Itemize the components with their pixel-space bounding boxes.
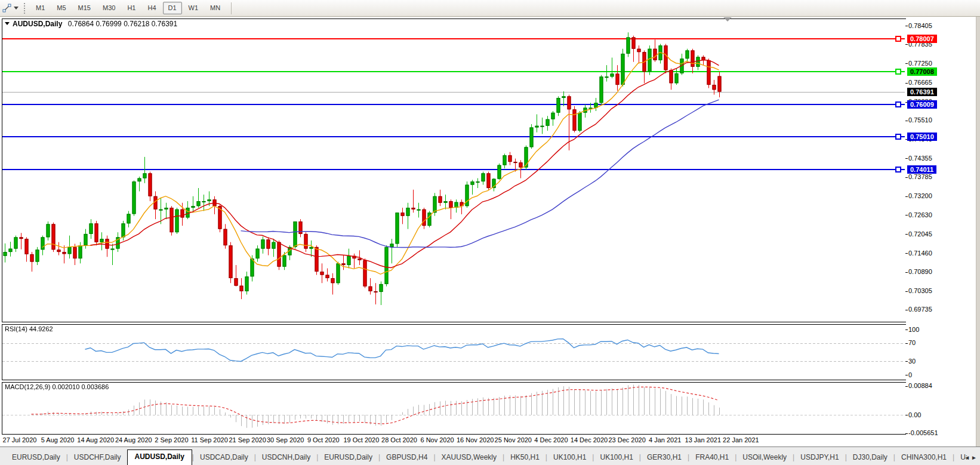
toolbar-grip[interactable] <box>23 3 26 14</box>
chart-tab[interactable]: HK50,H1 <box>504 451 546 465</box>
date-tick-label: 11 Sep 2020 <box>191 436 228 444</box>
chart-tab[interactable]: USOil,Weekly <box>736 451 793 465</box>
price-level-badge: 0.78007 <box>907 35 937 43</box>
axis-tick <box>905 329 908 330</box>
chart-tab[interactable]: USDJPY,H1 <box>794 451 845 465</box>
axis-tick <box>905 375 908 375</box>
macd-label: MACD(12,26,9) 0.002010 0.003686 <box>5 383 109 390</box>
date-tick-label: 28 Oct 2020 <box>381 436 417 444</box>
date-tick-label: 23 Dec 2020 <box>608 436 645 444</box>
axis-tick <box>905 291 908 292</box>
chart-tab[interactable]: CHINA300,H1 <box>895 451 953 465</box>
chart-tab[interactable]: AUDUSD,Daily <box>127 449 192 465</box>
axis-tick <box>905 177 908 178</box>
autoscroll-marker-icon[interactable] <box>723 17 732 21</box>
date-tick-label: 9 Oct 2020 <box>307 436 340 444</box>
timeframe-button-mn[interactable]: MN <box>205 2 226 14</box>
macd-tick-label: 0.00 <box>908 411 921 418</box>
axis-tick <box>905 196 908 197</box>
price-tick-label: 0.76665 <box>908 79 932 86</box>
price-tick-label: 0.78405 <box>908 22 932 29</box>
date-tick-label: 30 Sep 2020 <box>267 436 304 444</box>
chart-tab[interactable]: EURUSD,Daily <box>318 451 378 465</box>
chart-tab-bar: EURUSD,Daily|USDCHF,DailyAUDUSD,Daily|US… <box>0 446 980 465</box>
date-tick-label: 14 Aug 2020 <box>77 436 114 444</box>
date-tick-label: 4 Jan 2021 <box>649 436 681 444</box>
axis-tick <box>905 44 908 45</box>
vertical-scrollbar[interactable] <box>976 17 980 446</box>
rsi-tick-label: 30 <box>908 358 916 365</box>
axis-tick <box>905 253 908 254</box>
date-tick-label: 2 Sep 2020 <box>155 436 188 444</box>
timeframe-bar: M1M5M15M30H1H4D1W1MN <box>30 2 226 14</box>
axis-tick <box>905 83 908 84</box>
timeframe-button-w1[interactable]: W1 <box>183 2 204 14</box>
price-tick-label: 0.70890 <box>908 268 932 275</box>
tab-scroll-arrows: ◄► <box>964 454 978 461</box>
chart-tab[interactable]: UK100,H1 <box>547 451 592 465</box>
rsi-label: RSI(14) 44.9262 <box>5 325 53 332</box>
price-tick-label: 0.74355 <box>908 155 932 162</box>
timeframe-button-d1[interactable]: D1 <box>163 2 182 14</box>
chart-ohlc-values: 0.76864 0.76999 0.76218 0.76391 <box>68 20 178 28</box>
chart-tab[interactable]: FRA40,H1 <box>689 451 735 465</box>
chart-tab[interactable]: UK100,H1 <box>594 451 639 465</box>
timeframe-button-h1[interactable]: H1 <box>122 2 141 14</box>
axis-tick <box>905 386 908 387</box>
timeframe-button-m15[interactable]: M15 <box>73 2 96 14</box>
rsi-tick-label: 0 <box>908 371 912 378</box>
chart-tab[interactable]: USDCNH,Daily <box>256 451 316 465</box>
macd-tick-label: 0.00884 <box>908 382 932 389</box>
price-chart-canvas[interactable] <box>2 19 905 321</box>
chart-title: AUDUSD,Daily 0.76864 0.76999 0.76218 0.7… <box>5 20 177 28</box>
macd-panel[interactable] <box>2 382 907 435</box>
rsi-tick-label: 70 <box>908 339 916 346</box>
timeframe-button-m30[interactable]: M30 <box>97 2 121 14</box>
chart-symbol-label: AUDUSD,Daily <box>13 20 62 28</box>
rsi-tick-label: 100 <box>908 326 919 333</box>
chart-tab[interactable]: EURUSD,Daily <box>6 451 66 465</box>
rsi-panel[interactable] <box>2 324 907 380</box>
collapse-icon[interactable] <box>5 22 10 25</box>
price-level-badge: 0.74011 <box>907 165 936 174</box>
axis-tick <box>905 234 908 235</box>
chevron-down-icon[interactable] <box>14 7 19 10</box>
date-tick-label: 22 Jan 2021 <box>723 436 759 444</box>
price-level-badge: 0.77008 <box>907 67 937 76</box>
date-tick-label: 25 Nov 2020 <box>495 436 532 444</box>
macd-canvas[interactable] <box>2 383 905 433</box>
rsi-canvas[interactable] <box>2 325 905 378</box>
line-tool-button[interactable] <box>2 4 19 13</box>
axis-tick <box>905 63 908 64</box>
price-level-badge: 0.76009 <box>907 100 937 109</box>
tab-scroll-right-icon[interactable]: ► <box>971 454 978 461</box>
tab-scroll-left-icon[interactable]: ◄ <box>964 454 971 461</box>
timeframe-button-m1[interactable]: M1 <box>30 2 50 14</box>
timeframe-button-m5[interactable]: M5 <box>51 2 71 14</box>
axis-tick <box>905 121 908 121</box>
price-tick-label: 0.71460 <box>908 250 932 257</box>
axis-tick <box>905 415 908 415</box>
price-tick-label: 0.70305 <box>908 287 932 294</box>
date-tick-label: 27 Jul 2020 <box>3 436 37 444</box>
chart-tab[interactable]: GBPUSD,H4 <box>380 451 433 465</box>
date-tick-label: 6 Nov 2020 <box>420 436 454 444</box>
chart-tab[interactable]: XAUUSD,Weekly <box>436 451 503 465</box>
axis-tick <box>905 310 908 310</box>
timeframe-button-h4[interactable]: H4 <box>142 2 161 14</box>
date-tick-label: 13 Jan 2021 <box>685 436 722 444</box>
chart-tab[interactable]: GER30,H1 <box>641 451 688 465</box>
macd-tick-label: -0.005651 <box>908 429 938 436</box>
price-chart-panel[interactable] <box>2 19 907 322</box>
chart-tab[interactable]: USDCAD,Daily <box>194 451 254 465</box>
axis-tick <box>905 158 908 159</box>
date-tick-label: 24 Aug 2020 <box>115 436 152 444</box>
top-toolbar: M1M5M15M30H1H4D1W1MN <box>0 0 980 17</box>
price-level-badge: 0.76391 <box>907 88 937 96</box>
price-tick-label: 0.72630 <box>908 211 932 218</box>
axis-tick <box>905 361 908 362</box>
axis-tick <box>905 26 908 26</box>
chart-tab[interactable]: USDCHF,Daily <box>68 451 127 465</box>
chart-tab[interactable]: DJ30,Daily <box>847 451 893 465</box>
date-tick-label: 4 Dec 2020 <box>534 436 568 444</box>
